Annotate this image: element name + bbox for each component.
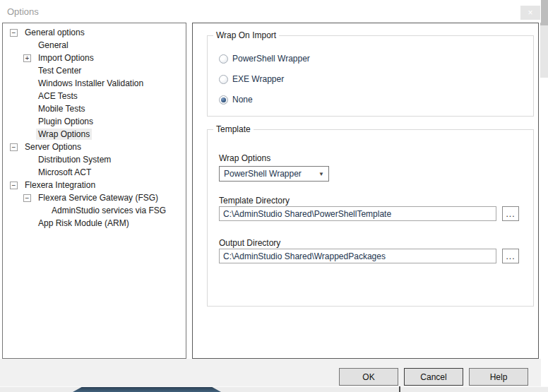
options-tree: −General optionsGeneral+Import OptionsTe… xyxy=(2,23,186,359)
close-button[interactable]: × xyxy=(520,6,540,20)
template-group: Template Wrap Options PowerShell Wrapper… xyxy=(207,129,534,307)
ok-button[interactable]: OK xyxy=(339,368,398,386)
tree-item-label: App Risk Module (ARM) xyxy=(36,218,131,229)
browse-output-directory-button[interactable]: ... xyxy=(502,249,519,263)
tree-item-microsoft-act[interactable]: Microsoft ACT xyxy=(3,166,186,179)
wrap-on-import-radio-group: PowerShell WrapperEXE WrapperNone xyxy=(219,53,310,105)
tree-item-test-center[interactable]: Test Center xyxy=(3,64,186,77)
tree-item-windows-installer-validation[interactable]: Windows Installer Validation xyxy=(3,77,186,90)
background-window-edge xyxy=(540,0,548,25)
expander-minus-icon[interactable]: − xyxy=(10,29,18,37)
tree-item-label: Distribution System xyxy=(36,154,113,165)
wrap-on-import-group: Wrap On Import PowerShell WrapperEXE Wra… xyxy=(207,35,534,117)
radio-option-exe-wrapper[interactable]: EXE Wrapper xyxy=(219,73,310,85)
tree-item-mobile-tests[interactable]: Mobile Tests xyxy=(3,102,186,115)
expander-minus-icon[interactable]: − xyxy=(23,194,31,202)
tree-item-app-risk-module-arm[interactable]: App Risk Module (ARM) xyxy=(3,217,186,230)
radio-unselected-icon[interactable] xyxy=(219,75,228,84)
radio-option-label: EXE Wrapper xyxy=(232,74,284,84)
tree-item-distribution-system[interactable]: Distribution System xyxy=(3,153,186,166)
dialog-titlebar: Options × xyxy=(0,0,541,23)
background-window-edge xyxy=(540,25,548,78)
radio-option-label: None xyxy=(232,95,253,105)
tree-item-flexera-service-gateway-fsg[interactable]: −Flexera Service Gateway (FSG) xyxy=(3,191,186,204)
wrap-options-label: Wrap Options xyxy=(219,153,270,163)
tree-item-import-options[interactable]: +Import Options xyxy=(3,52,186,64)
template-group-title: Template xyxy=(213,124,254,134)
tree-item-label: ACE Tests xyxy=(36,90,80,102)
wrap-options-dropdown[interactable]: PowerShell Wrapper ▼ xyxy=(219,166,329,182)
tree-item-label: Wrap Options xyxy=(36,129,92,140)
template-directory-label: Template Directory xyxy=(219,196,290,206)
tree-item-label: General options xyxy=(23,27,87,38)
radio-option-label: PowerShell Wrapper xyxy=(232,54,310,64)
output-directory-input[interactable] xyxy=(219,249,496,263)
tree-item-label: AdminStudio services via FSG xyxy=(49,205,168,216)
wrap-options-dropdown-value: PowerShell Wrapper xyxy=(224,169,302,179)
options-detail-panel: Wrap On Import PowerShell WrapperEXE Wra… xyxy=(192,23,539,359)
tree-item-general-options[interactable]: −General options xyxy=(3,26,186,39)
tree-item-label: General xyxy=(36,40,71,51)
tree-item-label: Test Center xyxy=(36,65,83,76)
close-icon: × xyxy=(528,8,532,18)
expander-minus-icon[interactable]: − xyxy=(10,182,18,189)
tree-item-general[interactable]: General xyxy=(3,39,186,52)
tree-item-flexera-integration[interactable]: −Flexera Integration xyxy=(3,179,186,191)
browse-template-directory-button[interactable]: ... xyxy=(502,206,519,221)
tree-item-server-options[interactable]: −Server Options xyxy=(3,141,186,153)
dialog-title: Options xyxy=(7,6,39,17)
tree-item-plugin-options[interactable]: Plugin Options xyxy=(3,115,186,128)
cancel-button[interactable]: Cancel xyxy=(404,368,463,386)
tree-item-label: Microsoft ACT xyxy=(36,167,93,178)
dialog-footer: OKCancelHelp xyxy=(0,359,541,386)
radio-selected-icon[interactable] xyxy=(219,95,228,105)
tree-item-adminstudio-services-via-fsg[interactable]: AdminStudio services via FSG xyxy=(3,204,186,217)
radio-dot xyxy=(221,97,226,102)
radio-unselected-icon[interactable] xyxy=(219,54,228,64)
tree-item-label: Server Options xyxy=(23,141,83,153)
tree-item-label: Flexera Service Gateway (FSG) xyxy=(36,192,160,203)
expander-plus-icon[interactable]: + xyxy=(23,54,31,62)
tree-item-label: Mobile Tests xyxy=(36,103,87,114)
tree-item-label: Plugin Options xyxy=(36,116,95,127)
tree-item-label: Flexera Integration xyxy=(23,179,97,191)
background-window-divider xyxy=(399,386,400,392)
tree-item-label: Import Options xyxy=(36,52,96,64)
template-directory-input[interactable] xyxy=(219,206,496,221)
tree-item-wrap-options[interactable]: Wrap Options xyxy=(3,128,186,141)
tree-item-label: Windows Installer Validation xyxy=(36,78,145,89)
background-window-shape xyxy=(73,387,221,392)
options-dialog-screen: Options × −General optionsGeneral+Import… xyxy=(0,0,548,392)
help-button[interactable]: Help xyxy=(469,368,528,386)
radio-option-powershell-wrapper[interactable]: PowerShell Wrapper xyxy=(219,53,310,64)
output-directory-label: Output Directory xyxy=(219,238,280,248)
chevron-down-icon: ▼ xyxy=(318,171,324,177)
expander-minus-icon[interactable]: − xyxy=(10,143,18,151)
radio-option-none[interactable]: None xyxy=(219,94,310,105)
tree-item-ace-tests[interactable]: ACE Tests xyxy=(3,90,186,102)
wrap-on-import-group-title: Wrap On Import xyxy=(213,30,279,40)
